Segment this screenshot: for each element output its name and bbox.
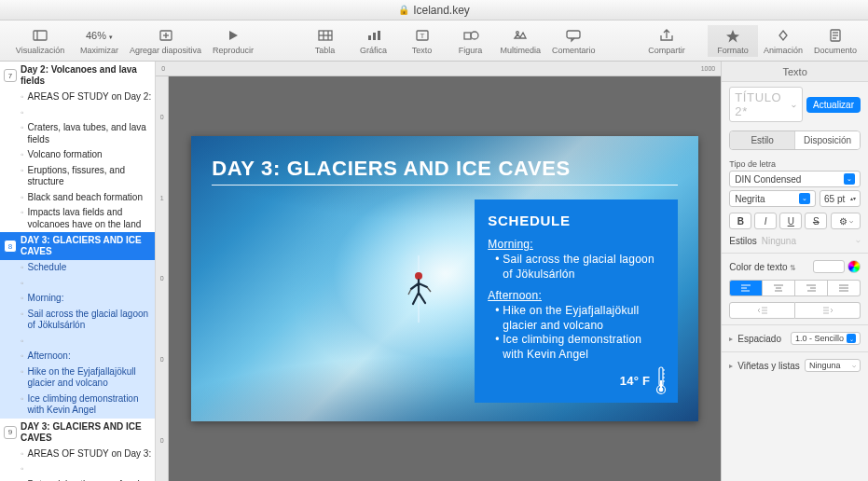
disclosure-bullets[interactable]: ▸ [729,362,733,370]
slide-title[interactable]: DAY 3: GLACIERS AND ICE CAVES [212,157,571,181]
share-button[interactable]: Compartir [642,25,691,57]
outline-bullet[interactable]: AREAS OF STUDY on Day 3: [0,447,155,462]
outdent-button[interactable] [729,302,795,319]
bullets-select[interactable]: Ninguna⌵ [805,359,861,372]
outline-bullet[interactable] [0,276,155,292]
tab-layout[interactable]: Disposición [794,131,860,149]
align-justify-button[interactable] [828,280,861,296]
chart-icon [365,27,382,44]
chevron-down-icon: ⌵ [849,217,853,225]
underline-button[interactable]: U [779,213,802,229]
add-slide-icon [158,27,174,44]
slide-title-text: Day 2: Volcanoes and lava fields [21,64,149,87]
chevron-down-icon: ⌄ [799,193,810,204]
slide-divider [212,185,678,186]
comment-button[interactable]: Comentario [546,25,601,57]
outline-bullet[interactable]: Afternoon: [0,349,155,364]
outline-sidebar[interactable]: 7Day 2: Volcanoes and lava fieldsAREAS O… [0,62,156,481]
shape-icon [462,27,479,44]
paragraph-style-select[interactable]: TÍTULO 2* ⌵ [729,87,803,122]
align-center-button[interactable] [763,280,795,296]
animate-button[interactable]: Animación [758,25,808,57]
bold-button[interactable]: B [729,213,751,229]
schedule-item: Hike on the Eyjafjallajökull glacier and… [495,304,665,333]
tab-style[interactable]: Estilo [730,131,794,149]
table-button[interactable]: Tabla [301,25,350,57]
color-picker-button[interactable] [847,260,861,273]
strikethrough-button[interactable]: S [805,213,827,229]
chevron-updown-icon[interactable]: ⇅ [790,264,796,272]
chevron-down-icon: ⌵ [856,236,861,246]
align-right-button[interactable] [795,280,828,296]
svg-rect-9 [368,35,371,40]
outline-bullet[interactable]: Volcano formation [0,147,155,163]
media-button[interactable]: Multimedia [495,25,547,57]
font-family-select[interactable]: DIN Condensed⌄ [729,171,861,187]
shape-button[interactable]: Figura [447,25,495,57]
slide-title-text: DAY 3: GLACIERS AND ICE CAVES [21,421,149,444]
outline-bullet[interactable]: Determining the age of an ice cave [0,477,155,482]
format-inspector: Texto TÍTULO 2* ⌵ Actualizar Estilo Disp… [721,62,868,481]
outline-bullet[interactable]: Ice climbing demonstration with Kevin An… [0,392,155,419]
outline-bullet[interactable]: Hike on the Eyjafjallajökull glacier and… [0,364,155,392]
chart-button[interactable]: Gráfica [350,25,398,57]
outline-bullet[interactable]: Impacts lava fields and volcanoes have o… [0,205,155,232]
text-color-swatch[interactable] [813,260,845,273]
outline-bullet[interactable]: Sail across the glacial lagoon of Jökuls… [0,307,155,334]
slide-title-text: DAY 3: GLACIERS AND ICE CAVES [21,235,149,257]
font-options-button[interactable]: ⚙⌵ [831,213,861,229]
outline-bullet[interactable]: Schedule [0,260,155,276]
document-filename: Iceland.key [413,4,470,17]
outline-bullet[interactable] [0,461,155,477]
disclosure-spacing[interactable]: ▸ [729,335,733,343]
svg-rect-14 [464,33,471,39]
outline-slide-8[interactable]: 8DAY 3: GLACIERS AND ICE CAVES [0,232,155,260]
svg-rect-0 [34,31,47,40]
outline-bullet[interactable] [0,334,155,350]
add-slide-button[interactable]: Agregar diapositiva [124,25,207,57]
morning-label: Morning: [488,238,665,251]
table-icon [317,27,334,44]
update-style-button[interactable]: Actualizar [806,97,861,113]
svg-rect-11 [378,31,380,40]
outline-bullet[interactable] [0,105,155,121]
outline-bullet[interactable]: Morning: [0,291,155,307]
slide-canvas[interactable]: 01000 01000 DAY 3: GLACIERS AND ICE CAVE… [156,62,721,481]
ruler-horizontal: 01000 [156,62,721,76]
inspector-tabs: Estilo Disposición [729,131,861,150]
zoom-button[interactable]: 46% ▾Maximizar [75,25,124,57]
view-button[interactable]: Visualización [6,25,75,57]
italic-button[interactable]: I [754,213,777,229]
outline-slide-7[interactable]: 7Day 2: Volcanoes and lava fields [0,62,155,89]
font-size-stepper[interactable]: 65 pt▴▾ [820,190,861,207]
font-section-label: Tipo de letra [722,154,868,171]
indent-button[interactable] [795,302,861,319]
align-left-button[interactable] [729,280,763,296]
outline-bullet[interactable]: Craters, lava tubes, and lava fields [0,120,155,147]
slide-number: 7 [4,69,17,82]
slide-preview[interactable]: DAY 3: GLACIERS AND ICE CAVES SCHEDULE M… [191,136,698,421]
text-button[interactable]: TTexto [398,25,447,57]
lock-icon: 🔒 [398,5,409,15]
play-icon [225,27,241,44]
stepper-arrows[interactable]: ▴▾ [850,197,856,201]
char-styles-label: Estilos [729,236,756,246]
outline-bullet[interactable]: Eruptions, fissures, and structure [0,163,155,190]
outline-bullet[interactable]: Black sand beach formation [0,190,155,206]
outline-slide-9[interactable]: 9DAY 3: GLACIERS AND ICE CAVES [0,419,155,447]
slide-number: 8 [4,240,17,253]
outline-bullet[interactable]: AREAS OF STUDY on Day 2: [0,89,155,105]
ice-climber-graphic [401,255,436,326]
document-button[interactable]: Documento [808,25,862,57]
format-button[interactable]: Formato [708,25,758,57]
play-button[interactable]: Reproducir [207,25,259,57]
text-color-label: Color de texto [729,262,787,272]
spacing-select[interactable]: 1.0 - Sencillo⌄ [791,332,861,345]
window-titlebar: 🔒 Iceland.key [0,0,868,21]
spacing-label: Espaciado [737,334,786,344]
font-weight-select[interactable]: Negrita⌄ [729,190,816,207]
svg-point-30 [659,388,664,392]
schedule-box[interactable]: SCHEDULE Morning: Sail across the glacia… [475,199,678,403]
comment-icon [565,27,582,44]
char-styles-select[interactable]: Ninguna⌵ [762,236,861,246]
